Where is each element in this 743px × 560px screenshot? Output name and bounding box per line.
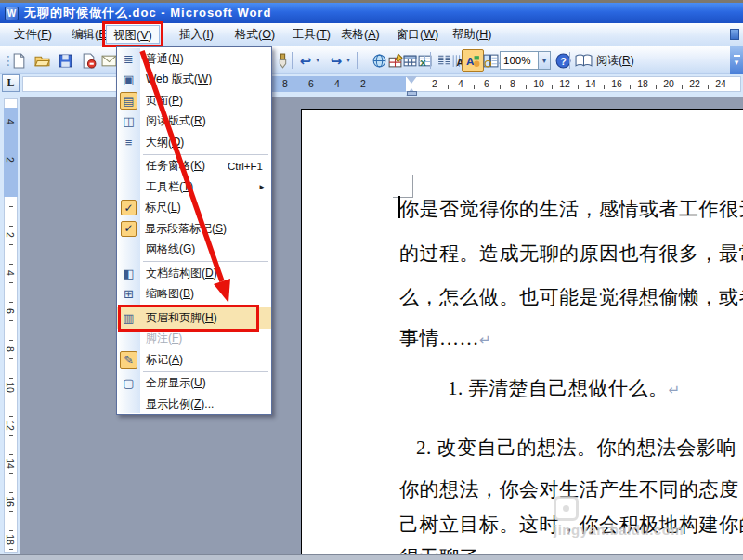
menu-item-gridlines[interactable]: 网格线(G) — [117, 240, 271, 261]
document-text-line: 么，怎么做。也可能是觉得想偷懒，或者 — [399, 284, 743, 310]
format-painter-button[interactable] — [271, 49, 293, 72]
document-text-line: 你是否觉得你的生活，感情或者工作很无聊 — [399, 196, 743, 222]
svg-text:X: X — [420, 57, 426, 67]
reading-mode-button[interactable]: 阅读(R) — [572, 49, 637, 72]
menu-item-label: 阅读版式(R) — [146, 113, 206, 129]
menu-item-label: 全屏显示(U) — [146, 375, 206, 391]
ruler-ticks — [9, 206, 13, 550]
menu-item-label: 脚注(F) — [146, 331, 182, 346]
tab-stop-selector[interactable]: L — [2, 74, 20, 92]
save-icon — [58, 53, 73, 69]
ruler-number: 2 — [354, 78, 372, 89]
menu-tools[interactable]: 工具(T) — [286, 25, 337, 44]
ruler-number: 6 — [302, 78, 320, 89]
normal-view-icon: ≣ — [120, 51, 137, 67]
watermark-text: jingyan.baidu.com — [554, 522, 684, 538]
menu-format[interactable]: 格式(O) — [228, 25, 281, 44]
new-document-button[interactable] — [7, 49, 30, 72]
menu-insert[interactable]: 插入(I) — [173, 25, 220, 44]
zoom-input[interactable] — [500, 51, 539, 70]
save-button[interactable] — [54, 49, 76, 72]
menu-bar: 文件(F) 编辑(E) 视图(V) 插入(I) 格式(O) 工具(T) 表格(A… — [0, 23, 743, 46]
text-boundary-corner-mark — [412, 175, 413, 198]
ruler-number: 2 — [425, 78, 444, 89]
permission-button[interactable] — [77, 49, 99, 72]
menubar-overflow[interactable] — [730, 29, 739, 40]
menu-item-markup[interactable]: ✎ 标记(A) — [117, 349, 271, 371]
menu-item-paragraph-marks[interactable]: ✓ 显示段落标记(S) — [117, 218, 271, 240]
menu-item-normal-view[interactable]: ≣ 普通(N) — [117, 48, 271, 70]
submenu-arrow-icon: ► — [258, 183, 266, 191]
menu-item-thumbnails[interactable]: ⊞ 缩略图(B) — [117, 284, 271, 306]
menu-window[interactable]: 窗口(W) — [390, 25, 445, 44]
menu-view[interactable]: 视图(V) — [106, 25, 160, 44]
ruler-number: 2 — [1, 150, 20, 169]
menu-item-label: 大纲(O) — [146, 135, 184, 150]
menu-item-label: 工具栏(T) — [146, 179, 193, 195]
menu-file[interactable]: 文件(F) — [7, 25, 59, 44]
menu-item-web-layout[interactable]: ▣ Web 版式(W) — [117, 70, 271, 91]
menu-item-label: 显示段落标记(S) — [145, 221, 227, 237]
menu-item-ruler[interactable]: ✓ 标尺(L) — [117, 198, 271, 219]
redo-button[interactable]: ↪ — [325, 49, 347, 72]
menu-item-label: 显示比例(Z)... — [146, 397, 214, 412]
menu-item-footnotes[interactable]: 脚注(F) — [117, 329, 271, 350]
menu-item-zoom[interactable]: 显示比例(Z)... — [117, 394, 271, 415]
menu-shortcut: Ctrl+F1 — [228, 161, 263, 172]
menu-item-toolbars[interactable]: 工具栏(T) ► — [117, 176, 271, 198]
menu-item-label: 页面(P) — [146, 93, 183, 109]
reading-layout-icon: ◫ — [120, 113, 137, 129]
window-title: 无聊的时候做什么.doc - Microsoft Word — [24, 5, 271, 21]
ruler-ticks — [448, 85, 726, 89]
ruler-number: 8 — [276, 78, 294, 89]
reading-mode-label: 阅读(R) — [596, 49, 634, 72]
horizontal-scrollbar-partial[interactable] — [0, 554, 743, 560]
ruler-number: 4 — [1, 112, 20, 131]
toolbar-separator — [357, 52, 358, 69]
zoom-dropdown-caret[interactable]: ▾ — [539, 51, 551, 70]
watermark-logo — [554, 496, 579, 521]
drawing-icon: A — [465, 53, 481, 69]
svg-text:?: ? — [560, 55, 566, 66]
menu-item-reading-layout[interactable]: ◫ 阅读版式(R) — [117, 111, 271, 133]
standard-toolbar: ⋮ ↩ ▾ ↪ ▾ — [0, 46, 743, 74]
document-list-item: 2. 改变自己的想法。你的想法会影响 — [416, 435, 736, 461]
text-cursor — [398, 196, 400, 218]
menu-item-header-footer[interactable]: ▥ 页眉和页脚(H) — [117, 307, 271, 329]
menu-item-label: 标尺(L) — [145, 200, 181, 215]
left-indent-marker[interactable] — [407, 91, 417, 96]
help-icon: ? — [555, 53, 571, 69]
undo-icon: ↩ — [300, 54, 312, 68]
menu-item-document-map[interactable]: ◧ 文档结构图(D) — [117, 263, 271, 284]
undo-dropdown-caret[interactable]: ▾ — [316, 56, 325, 64]
toolbar-separator — [292, 52, 293, 69]
menu-table[interactable]: 表格(A) — [334, 25, 386, 44]
menu-item-label: 文档结构图(D) — [146, 266, 217, 281]
markup-icon: ✎ — [120, 351, 137, 369]
ruler-number: 4 — [328, 78, 346, 89]
email-icon — [101, 53, 117, 69]
checkmark-icon: ✓ — [121, 200, 137, 215]
open-folder-icon — [34, 53, 50, 69]
redo-dropdown-caret[interactable]: ▾ — [346, 56, 356, 64]
document-text-line: 的过程。造成无聊的原因也有很多，最常 — [399, 241, 743, 267]
toolbar-separator — [430, 52, 431, 69]
open-button[interactable] — [31, 49, 53, 72]
menu-item-outline[interactable]: ≡ 大纲(O) — [117, 132, 271, 153]
document-text-line: 事情……↵ — [399, 325, 491, 351]
toolbar-options-button[interactable]: ▾ — [730, 46, 743, 74]
menu-item-label: 页眉和页脚(H) — [146, 310, 217, 326]
word-app-icon: W — [5, 7, 19, 20]
zoom-control: ▾ — [500, 51, 551, 70]
redo-icon: ↪ — [331, 54, 343, 68]
checkmark-icon: ✓ — [121, 221, 137, 237]
document-map-icon: ◧ — [120, 266, 137, 281]
permission-icon — [81, 53, 97, 69]
menu-item-task-pane[interactable]: 任务窗格(K) Ctrl+F1 — [117, 156, 271, 177]
menu-item-full-screen[interactable]: ▢ 全屏显示(U) — [117, 373, 271, 395]
help-button[interactable]: ? — [552, 49, 574, 72]
menu-help[interactable]: 帮助(H) — [446, 25, 498, 44]
menu-item-print-layout[interactable]: ▤ 页面(P) — [117, 90, 271, 111]
print-layout-icon: ▤ — [120, 92, 137, 110]
undo-button[interactable]: ↩ — [294, 49, 317, 72]
